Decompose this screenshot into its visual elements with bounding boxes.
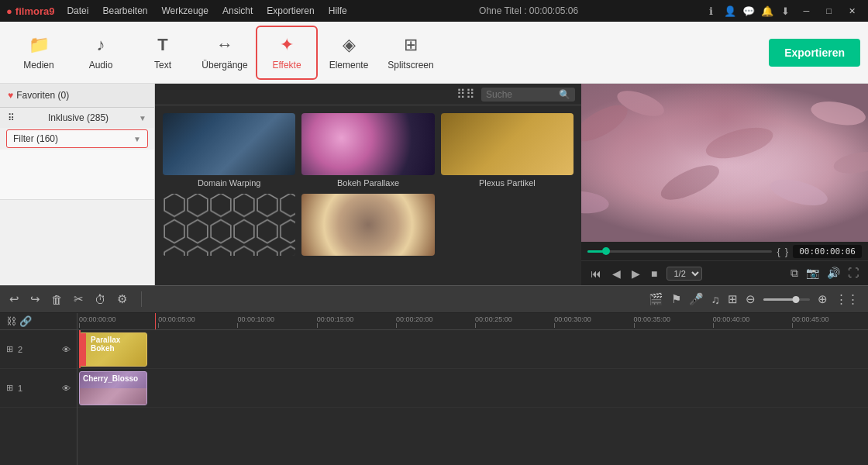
chain-icon[interactable]: ⛓ bbox=[6, 315, 16, 327]
effect-label-plexus-partikel: Plexus Partikel bbox=[441, 178, 574, 188]
more-icon[interactable]: ⋮⋮ bbox=[835, 292, 859, 306]
effekte-label: Effekte bbox=[272, 60, 301, 71]
sub-schuetteln[interactable] bbox=[0, 150, 154, 156]
svg-point-7 bbox=[809, 98, 867, 129]
stop-button[interactable]: ■ bbox=[649, 266, 659, 281]
audio-track-icon[interactable]: ♫ bbox=[711, 293, 720, 306]
fullscreen-preview-icon[interactable]: ⧉ bbox=[789, 265, 800, 281]
sub-lomografie[interactable] bbox=[0, 174, 154, 181]
splitscreen-label: Splitscreen bbox=[388, 60, 433, 71]
splitscreen-icon: ⊞ bbox=[404, 35, 418, 55]
clip-cherry-blossom[interactable]: Cherry_Blosso bbox=[79, 371, 147, 405]
menu-ansicht[interactable]: Ansicht bbox=[216, 4, 259, 18]
search-bar: 🔍 bbox=[481, 88, 575, 102]
audio-label: Audio bbox=[89, 60, 113, 71]
menu-hilfe[interactable]: Hilfe bbox=[322, 4, 353, 18]
toolbar-audio[interactable]: ♪ Audio bbox=[70, 26, 132, 80]
search-input[interactable] bbox=[486, 89, 556, 100]
favorites-bar[interactable]: ♥ Favoriten (0) bbox=[0, 84, 154, 108]
uebergaenge-icon: ↔ bbox=[216, 35, 233, 55]
maximize-button[interactable]: □ bbox=[820, 5, 838, 17]
effect-thumb-scales bbox=[163, 194, 295, 256]
close-button[interactable]: ✕ bbox=[842, 5, 862, 18]
titlebar-left: ● filmora9 Datei Bearbeiten Werkzeuge An… bbox=[6, 4, 353, 18]
chat-icon[interactable]: 💬 bbox=[742, 4, 756, 18]
text-label: Text bbox=[154, 60, 171, 71]
step-back-button[interactable]: ⏮ bbox=[589, 266, 603, 281]
download-icon[interactable]: ⬇ bbox=[779, 4, 793, 18]
toolbar-effekte[interactable]: ✦ Effekte bbox=[256, 26, 318, 80]
track-eye-icon-2[interactable]: 👁 bbox=[62, 345, 71, 354]
effect-card-grunge[interactable] bbox=[301, 194, 434, 259]
play-back-button[interactable]: ◀ bbox=[611, 266, 622, 281]
speed-select[interactable]: 1/2 1/1 2x bbox=[666, 267, 702, 281]
bracket-left[interactable]: { bbox=[777, 246, 780, 257]
sidebar-filter-selected[interactable]: Filter (160) ▼ bbox=[6, 129, 148, 148]
menu-exportieren[interactable]: Exportieren bbox=[260, 4, 320, 18]
sub-hintergrund[interactable] bbox=[0, 168, 154, 174]
mic-icon[interactable]: 🎤 bbox=[689, 292, 704, 306]
sub-kunstfilm[interactable] bbox=[0, 156, 154, 162]
bracket-right[interactable]: } bbox=[785, 246, 788, 257]
filter-sub-items bbox=[0, 150, 154, 199]
effect-card-bokeh-parallaxe[interactable]: Bokeh Parallaxe bbox=[301, 113, 434, 188]
volume-icon[interactable]: 🔊 bbox=[825, 265, 842, 281]
sub-schwarzweiss[interactable] bbox=[0, 181, 154, 187]
effect-card-scales[interactable] bbox=[163, 194, 295, 259]
snap-icon[interactable]: ⊞ bbox=[728, 292, 738, 306]
grid-view-icon[interactable]: ⠿⠿ bbox=[456, 87, 475, 102]
export-button[interactable]: Exportieren bbox=[769, 39, 860, 67]
toolbar-medien[interactable]: 📁 Medien bbox=[8, 26, 70, 80]
info-icon[interactable]: ℹ bbox=[704, 4, 718, 18]
user-icon[interactable]: 👤 bbox=[723, 4, 737, 18]
snapshot-icon[interactable]: 📷 bbox=[804, 265, 821, 281]
menu-bearbeiten[interactable]: Bearbeiten bbox=[96, 4, 153, 18]
effect-card-plexus-partikel[interactable]: Plexus Partikel bbox=[441, 113, 574, 188]
effects-panel-toolbar: ⠿⠿ 🔍 bbox=[155, 84, 581, 105]
play-button[interactable]: ▶ bbox=[630, 266, 642, 281]
controls-bar: ↩ ↪ 🗑 ✂ ⏱ ⚙ 🎬 ⚑ 🎤 ♫ ⊞ ⊖ ⊕ ⋮⋮ bbox=[0, 285, 868, 313]
clip-cherry-label: Cherry_Blosso bbox=[83, 374, 138, 383]
timeline-content: ⊞ 2 👁 ⊞ 1 👁 bbox=[0, 330, 868, 465]
track-label-2: ⊞ 2 👁 bbox=[0, 330, 77, 369]
link-icon[interactable]: 🔗 bbox=[19, 315, 32, 327]
sidebar-group-inklusive-header[interactable]: ⠿ Inklusive (285) ▼ bbox=[0, 108, 154, 128]
toolbar-splitscreen[interactable]: ⊞ Splitscreen bbox=[380, 26, 442, 80]
effects-sidebar: ♥ Favoriten (0) ⠿ Inklusive (285) ▼ Filt… bbox=[0, 84, 155, 285]
svg-point-5 bbox=[614, 86, 667, 122]
delete-icon[interactable]: 🗑 bbox=[51, 293, 63, 306]
menu-datei[interactable]: Datei bbox=[60, 4, 95, 18]
sub-verzerrung[interactable] bbox=[0, 193, 154, 199]
effect-card-domain-warping[interactable]: Domain Warping bbox=[163, 113, 295, 188]
timeline-ruler: 00:00:00:0000:00:05:0000:00:10:0000:00:1… bbox=[78, 313, 868, 330]
track-eye-icon-1[interactable]: 👁 bbox=[62, 384, 71, 393]
scrubber-track[interactable] bbox=[587, 250, 772, 253]
toolbar-text[interactable]: T Text bbox=[132, 26, 194, 80]
toolbar-elemente[interactable]: ◈ Elemente bbox=[318, 26, 380, 80]
sub-nachtleben[interactable] bbox=[0, 162, 154, 168]
cut-icon[interactable]: ✂ bbox=[74, 292, 84, 306]
timer-icon[interactable]: ⏱ bbox=[95, 293, 106, 306]
minimize-button[interactable]: ─ bbox=[797, 5, 816, 17]
camera-icon[interactable]: 🎬 bbox=[649, 292, 663, 306]
plus-zoom-icon[interactable]: ⊕ bbox=[818, 292, 828, 306]
flag-icon[interactable]: ⚑ bbox=[671, 292, 681, 306]
redo-icon[interactable]: ↪ bbox=[30, 292, 40, 306]
undo-icon[interactable]: ↩ bbox=[9, 292, 19, 306]
sub-sepia[interactable] bbox=[0, 187, 154, 193]
bell-icon[interactable]: 🔔 bbox=[760, 4, 774, 18]
toolbar-uebergaenge[interactable]: ↔ Übergänge bbox=[194, 26, 256, 80]
zoom-track[interactable] bbox=[763, 298, 810, 301]
clip-parallax-bokeh[interactable]: Parallax Bokeh bbox=[79, 332, 147, 367]
expand-icon[interactable]: ⛶ bbox=[846, 265, 860, 281]
preview-scrubber[interactable]: { } 00:00:00:06 bbox=[581, 242, 868, 260]
menu-werkzeuge[interactable]: Werkzeuge bbox=[156, 4, 215, 18]
inklusive-chevron: ▼ bbox=[139, 114, 146, 122]
svg-point-4 bbox=[581, 98, 632, 149]
track-row-2: Parallax Bokeh bbox=[78, 330, 868, 369]
app-container: ● filmora9 Datei Bearbeiten Werkzeuge An… bbox=[0, 0, 868, 465]
settings-icon[interactable]: ⚙ bbox=[117, 292, 127, 306]
menu-bar: Datei Bearbeiten Werkzeuge Ansicht Expor… bbox=[60, 4, 353, 18]
minus-zoom-icon[interactable]: ⊖ bbox=[746, 292, 756, 306]
preview-video bbox=[581, 84, 868, 242]
